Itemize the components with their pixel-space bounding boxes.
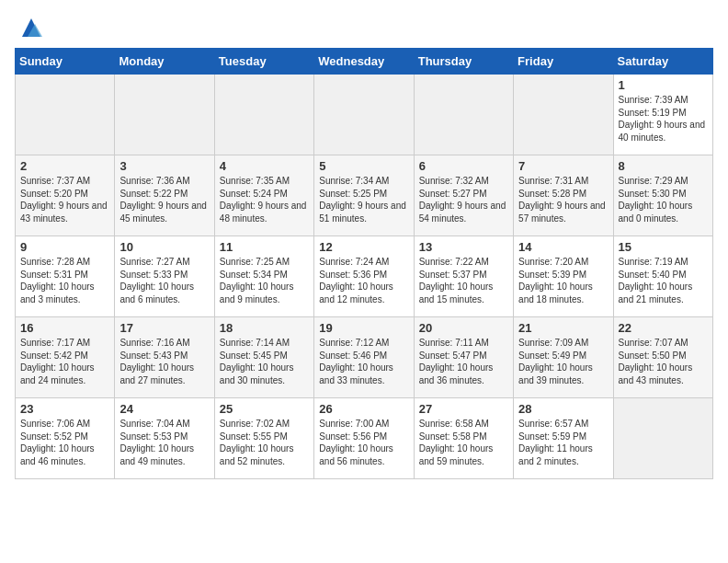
- col-header-friday: Friday: [514, 49, 613, 75]
- day-number: 13: [419, 240, 508, 254]
- day-info: Sunrise: 7:07 AM Sunset: 5:50 PM Dayligh…: [619, 337, 708, 386]
- day-number: 2: [20, 159, 109, 173]
- day-number: 16: [20, 321, 109, 335]
- week-row-4: 16Sunrise: 7:17 AM Sunset: 5:42 PM Dayli…: [16, 317, 713, 398]
- day-cell: [613, 398, 712, 479]
- day-number: 27: [419, 402, 508, 416]
- day-cell: 4Sunrise: 7:35 AM Sunset: 5:24 PM Daylig…: [214, 155, 313, 236]
- day-cell: 25Sunrise: 7:02 AM Sunset: 5:55 PM Dayli…: [214, 398, 313, 479]
- day-cell: 16Sunrise: 7:17 AM Sunset: 5:42 PM Dayli…: [16, 317, 115, 398]
- week-row-2: 2Sunrise: 7:37 AM Sunset: 5:20 PM Daylig…: [16, 155, 713, 236]
- day-info: Sunrise: 7:14 AM Sunset: 5:45 PM Dayligh…: [220, 337, 309, 386]
- day-cell: 14Sunrise: 7:20 AM Sunset: 5:39 PM Dayli…: [514, 236, 613, 317]
- day-info: Sunrise: 7:27 AM Sunset: 5:33 PM Dayligh…: [119, 256, 209, 305]
- day-cell: 23Sunrise: 7:06 AM Sunset: 5:52 PM Dayli…: [16, 398, 115, 479]
- day-number: 18: [220, 321, 309, 335]
- day-info: Sunrise: 7:02 AM Sunset: 5:55 PM Dayligh…: [220, 418, 309, 467]
- day-number: 17: [119, 321, 209, 335]
- day-info: Sunrise: 7:22 AM Sunset: 5:37 PM Dayligh…: [419, 256, 508, 305]
- col-header-thursday: Thursday: [414, 49, 513, 75]
- header-row: SundayMondayTuesdayWednesdayThursdayFrid…: [16, 49, 713, 75]
- day-info: Sunrise: 7:00 AM Sunset: 5:56 PM Dayligh…: [319, 418, 408, 467]
- day-info: Sunrise: 7:25 AM Sunset: 5:34 PM Dayligh…: [220, 256, 309, 305]
- day-info: Sunrise: 7:17 AM Sunset: 5:42 PM Dayligh…: [20, 337, 109, 386]
- day-info: Sunrise: 7:34 AM Sunset: 5:25 PM Dayligh…: [319, 175, 408, 224]
- day-cell: 9Sunrise: 7:28 AM Sunset: 5:31 PM Daylig…: [16, 236, 115, 317]
- logo: [15, 15, 44, 40]
- day-info: Sunrise: 7:06 AM Sunset: 5:52 PM Dayligh…: [20, 418, 109, 467]
- day-number: 21: [518, 321, 608, 335]
- day-number: 6: [419, 159, 508, 173]
- day-info: Sunrise: 7:29 AM Sunset: 5:30 PM Dayligh…: [619, 175, 708, 224]
- col-header-sunday: Sunday: [16, 49, 115, 75]
- day-cell: 22Sunrise: 7:07 AM Sunset: 5:50 PM Dayli…: [613, 317, 712, 398]
- day-number: 7: [518, 159, 608, 173]
- day-cell: 11Sunrise: 7:25 AM Sunset: 5:34 PM Dayli…: [214, 236, 313, 317]
- day-cell: 18Sunrise: 7:14 AM Sunset: 5:45 PM Dayli…: [214, 317, 313, 398]
- day-cell: [214, 75, 313, 155]
- day-cell: [414, 75, 513, 155]
- day-info: Sunrise: 7:20 AM Sunset: 5:39 PM Dayligh…: [518, 256, 608, 305]
- day-cell: 27Sunrise: 6:58 AM Sunset: 5:58 PM Dayli…: [414, 398, 513, 479]
- day-cell: 3Sunrise: 7:36 AM Sunset: 5:22 PM Daylig…: [115, 155, 214, 236]
- day-cell: [16, 75, 115, 155]
- day-info: Sunrise: 7:32 AM Sunset: 5:27 PM Dayligh…: [419, 175, 508, 224]
- day-number: 1: [619, 78, 708, 92]
- day-number: 10: [119, 240, 209, 254]
- day-number: 25: [220, 402, 309, 416]
- header: [15, 15, 713, 40]
- day-number: 12: [319, 240, 408, 254]
- day-cell: 21Sunrise: 7:09 AM Sunset: 5:49 PM Dayli…: [514, 317, 613, 398]
- day-cell: 19Sunrise: 7:12 AM Sunset: 5:46 PM Dayli…: [314, 317, 414, 398]
- day-cell: 24Sunrise: 7:04 AM Sunset: 5:53 PM Dayli…: [115, 398, 214, 479]
- day-info: Sunrise: 6:58 AM Sunset: 5:58 PM Dayligh…: [419, 418, 508, 467]
- day-number: 14: [518, 240, 608, 254]
- day-cell: 12Sunrise: 7:24 AM Sunset: 5:36 PM Dayli…: [314, 236, 414, 317]
- day-info: Sunrise: 7:28 AM Sunset: 5:31 PM Dayligh…: [20, 256, 109, 305]
- day-cell: [115, 75, 214, 155]
- day-cell: 10Sunrise: 7:27 AM Sunset: 5:33 PM Dayli…: [115, 236, 214, 317]
- day-info: Sunrise: 7:36 AM Sunset: 5:22 PM Dayligh…: [119, 175, 209, 224]
- day-cell: 26Sunrise: 7:00 AM Sunset: 5:56 PM Dayli…: [314, 398, 414, 479]
- day-number: 24: [119, 402, 209, 416]
- day-info: Sunrise: 7:04 AM Sunset: 5:53 PM Dayligh…: [119, 418, 209, 467]
- day-number: 5: [319, 159, 408, 173]
- day-number: 9: [20, 240, 109, 254]
- day-info: Sunrise: 6:57 AM Sunset: 5:59 PM Dayligh…: [518, 418, 608, 467]
- col-header-saturday: Saturday: [613, 49, 712, 75]
- day-info: Sunrise: 7:19 AM Sunset: 5:40 PM Dayligh…: [619, 256, 708, 305]
- day-number: 11: [220, 240, 309, 254]
- day-cell: 7Sunrise: 7:31 AM Sunset: 5:28 PM Daylig…: [514, 155, 613, 236]
- col-header-wednesday: Wednesday: [314, 49, 414, 75]
- day-cell: 15Sunrise: 7:19 AM Sunset: 5:40 PM Dayli…: [613, 236, 712, 317]
- day-cell: 8Sunrise: 7:29 AM Sunset: 5:30 PM Daylig…: [613, 155, 712, 236]
- col-header-monday: Monday: [115, 49, 214, 75]
- day-number: 8: [619, 159, 708, 173]
- logo-icon: [18, 15, 44, 40]
- day-cell: 6Sunrise: 7:32 AM Sunset: 5:27 PM Daylig…: [414, 155, 513, 236]
- day-number: 26: [319, 402, 408, 416]
- day-info: Sunrise: 7:11 AM Sunset: 5:47 PM Dayligh…: [419, 337, 508, 386]
- day-number: 3: [119, 159, 209, 173]
- day-cell: 2Sunrise: 7:37 AM Sunset: 5:20 PM Daylig…: [16, 155, 115, 236]
- week-row-3: 9Sunrise: 7:28 AM Sunset: 5:31 PM Daylig…: [16, 236, 713, 317]
- day-number: 22: [619, 321, 708, 335]
- day-cell: [514, 75, 613, 155]
- day-info: Sunrise: 7:39 AM Sunset: 5:19 PM Dayligh…: [619, 94, 708, 144]
- col-header-tuesday: Tuesday: [214, 49, 313, 75]
- day-cell: [314, 75, 414, 155]
- day-number: 23: [20, 402, 109, 416]
- day-number: 28: [518, 402, 608, 416]
- calendar-table: SundayMondayTuesdayWednesdayThursdayFrid…: [15, 48, 713, 479]
- day-info: Sunrise: 7:16 AM Sunset: 5:43 PM Dayligh…: [119, 337, 209, 386]
- week-row-1: 1Sunrise: 7:39 AM Sunset: 5:19 PM Daylig…: [16, 75, 713, 155]
- day-info: Sunrise: 7:24 AM Sunset: 5:36 PM Dayligh…: [319, 256, 408, 305]
- day-info: Sunrise: 7:37 AM Sunset: 5:20 PM Dayligh…: [20, 175, 109, 224]
- day-info: Sunrise: 7:09 AM Sunset: 5:49 PM Dayligh…: [518, 337, 608, 386]
- week-row-5: 23Sunrise: 7:06 AM Sunset: 5:52 PM Dayli…: [16, 398, 713, 479]
- day-cell: 28Sunrise: 6:57 AM Sunset: 5:59 PM Dayli…: [514, 398, 613, 479]
- day-cell: 5Sunrise: 7:34 AM Sunset: 5:25 PM Daylig…: [314, 155, 414, 236]
- day-cell: 13Sunrise: 7:22 AM Sunset: 5:37 PM Dayli…: [414, 236, 513, 317]
- day-number: 19: [319, 321, 408, 335]
- day-cell: 17Sunrise: 7:16 AM Sunset: 5:43 PM Dayli…: [115, 317, 214, 398]
